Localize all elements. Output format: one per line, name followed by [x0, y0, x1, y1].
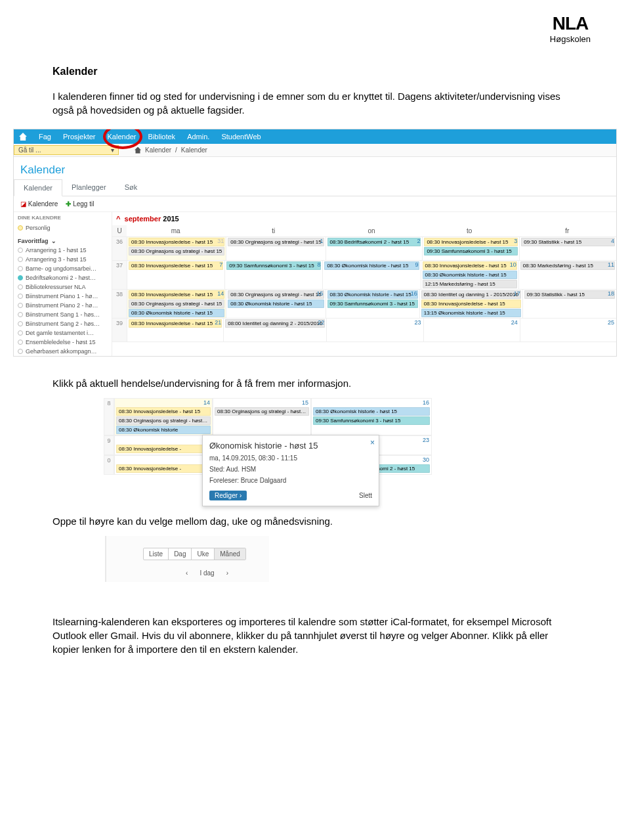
event[interactable]: 08:30 Innovasjonsledelse - høst 15	[116, 407, 211, 416]
day-cell[interactable]: 2108:30 Innovasjonsledelse - høst 15	[127, 319, 223, 342]
day-cell[interactable]: 908:30 Økonomisk historie - høst 15	[322, 261, 420, 290]
sidebar-item[interactable]: Bedriftsøkonomi 2 - høst…	[18, 273, 109, 282]
day-cell[interactable]: 1108:30 Markedsføring - høst 15	[518, 261, 616, 290]
event[interactable]: 08:30 Økonomisk historie - høst 15	[228, 299, 324, 308]
day-cell[interactable]: 2208:00 Identitet og danning 2 - 2015/20…	[223, 319, 326, 342]
event[interactable]: 08:30 Orginasjons og strategi - høst 15	[129, 299, 224, 308]
nav-kalender[interactable]: Kalender	[108, 133, 136, 141]
event[interactable]: 13:15 Økonomisk historie - høst 15	[421, 309, 521, 317]
day-cell[interactable]: 809:30 Samfunnsøkonomi 3 - høst 15	[224, 261, 322, 290]
sidebar-item[interactable]: Ensembleledelse - høst 15	[18, 338, 109, 347]
cell-21[interactable]: 08:30 Innovasjonsledelse -	[114, 435, 213, 455]
sidebar-item[interactable]: Biinstrument Piano 1 - hø…	[18, 292, 109, 301]
month-collapse-icon[interactable]: ^	[116, 215, 120, 223]
event[interactable]: 08:30 Orginasjons og strategi - høst 15	[129, 247, 224, 255]
sidebar-item[interactable]: Det gamle testamentet i…	[18, 328, 109, 338]
event[interactable]: 08:30 Innovasjonsledelse - høst 15	[129, 238, 224, 246]
sidebar-item[interactable]: Gehørbasert akkompagn…	[18, 347, 109, 356]
event[interactable]: 08:30 Økonomisk historie - høst 15	[423, 271, 517, 279]
day-cell[interactable]: 25	[520, 319, 616, 342]
sidebar-item[interactable]: Biinstrument Sang 2 - høs…	[18, 319, 109, 328]
event[interactable]: 08:30 Innovasjonsledelse - høst 15	[129, 290, 224, 299]
prev-button[interactable]: ‹	[186, 569, 188, 577]
nav-fag[interactable]: Fag	[39, 133, 51, 141]
event[interactable]: onomi 2 - høst 15	[371, 464, 430, 473]
event[interactable]: 08:30 Innovasjonsledelse - høst 15	[129, 319, 222, 328]
nav-admin[interactable]: Admin.	[187, 133, 209, 141]
delete-button[interactable]: Slett	[359, 492, 372, 499]
event[interactable]: 08:30 Økonomisk historie	[116, 426, 211, 434]
sidebar-item[interactable]: Arrangering 3 - høst 15	[18, 255, 109, 264]
view-liste[interactable]: Liste	[144, 548, 169, 560]
tab-sok[interactable]: Søk	[116, 179, 147, 196]
event[interactable]: 09:30 Statistikk - høst 15	[521, 238, 615, 246]
day-cell[interactable]: 208:30 Bedriftsøkonomi 2 - høst 15	[326, 237, 423, 261]
event[interactable]: 08:30 Orginasjons og strategi - høst 15	[228, 238, 324, 246]
cell-16[interactable]: 16 08:30 Økonomisk historie - høst 15 09…	[311, 398, 432, 435]
event[interactable]: 08:00 Identitet og danning 2 - 2015/2016	[225, 319, 325, 328]
day-cell[interactable]: 409:30 Statistikk - høst 15	[519, 237, 616, 261]
sidebar-item[interactable]: Bibliotekressurser NLA	[18, 282, 109, 292]
edit-button[interactable]: Rediger›	[209, 491, 247, 500]
event[interactable]: 08:30 Orginasjons og strategi - høst 15	[116, 416, 211, 425]
event[interactable]: 08:30 Innovasjonsledelse -	[116, 445, 211, 453]
cell-28[interactable]: 08:30 Innovasjonsledelse -	[114, 455, 213, 475]
nav-studentweb[interactable]: StudentWeb	[221, 133, 261, 141]
view-uke[interactable]: Uke	[192, 548, 215, 560]
cell-15[interactable]: 15 08:30 Orginasjons og strategi - høst …	[213, 398, 311, 435]
day-cell[interactable]: 1708:30 Identitet og danning 1 - 2015/20…	[419, 290, 522, 319]
event[interactable]: 09:30 Samfunnsøkonomi 3 - høst 15	[327, 299, 418, 308]
event[interactable]: 08:30 Markedsføring - høst 15	[520, 261, 615, 270]
tab-kalender[interactable]: Kalender	[14, 179, 62, 196]
day-cell[interactable]: 308:30 Innovasjonsledelse - høst 1509:30…	[422, 237, 519, 261]
tab-planlegger[interactable]: Planlegger	[62, 179, 116, 196]
sidebar-item[interactable]: Barne- og ungdomsarbei…	[18, 264, 109, 273]
sidebar-personlig[interactable]: Personlig	[18, 223, 109, 232]
sidebar-item[interactable]: Biinstrument Sang 1 - høs…	[18, 310, 109, 319]
event[interactable]: 08:30 Bedriftsøkonomi 2 - høst 15	[327, 238, 421, 246]
day-cell[interactable]: 708:30 Innovasjonsledelse - høst 15	[127, 261, 224, 290]
event[interactable]: 08:30 Identitet og danning 1 - 2015/2016	[421, 290, 521, 299]
day-cell[interactable]: 3108:30 Innovasjonsledelse - høst 1508:3…	[127, 237, 226, 261]
event[interactable]: 08:30 Innovasjonsledelse - høst 15	[424, 238, 518, 246]
view-maned[interactable]: Måned	[215, 548, 245, 560]
event[interactable]: 08:30 Økonomisk historie - høst 15	[313, 407, 430, 416]
event[interactable]: 09:30 Statistikk - høst 15	[524, 290, 615, 299]
sidebar-item[interactable]: Biinstrument Piano 2 - hø…	[18, 301, 109, 310]
today-button[interactable]: I dag	[200, 569, 214, 577]
event[interactable]: 08:30 Økonomisk historie - høst 15	[327, 290, 418, 299]
event[interactable]: 09:30 Samfunnsøkonomi 3 - høst 15	[226, 261, 321, 270]
day-cell[interactable]: 1608:30 Økonomisk historie - høst 1509:3…	[326, 290, 419, 319]
day-cell[interactable]: 1008:30 Innovasjonsledelse - høst 1508:3…	[421, 261, 518, 290]
event[interactable]: 08:30 Økonomisk historie - høst 15	[324, 261, 419, 270]
event[interactable]: 09:30 Samfunnsøkonomi 3 - høst 15	[424, 247, 518, 255]
sidebar-favorittfag[interactable]: Favorittfag ⌄	[18, 236, 109, 246]
home-icon[interactable]	[135, 147, 141, 154]
home-icon[interactable]	[19, 133, 27, 141]
event[interactable]: 09:30 Samfunnsøkonomi 3 - høst 15	[313, 416, 430, 425]
day-cell[interactable]: 24	[423, 319, 520, 342]
crumb-kalender[interactable]: Kalender	[145, 146, 171, 154]
event[interactable]: 08:30 Innovasjonsledelse -	[116, 464, 211, 473]
day-cell[interactable]: 23	[326, 319, 423, 342]
event[interactable]: 08:30 Orginasjons og strategi - høst 15	[228, 290, 324, 299]
next-button[interactable]: ›	[226, 569, 228, 577]
day-cell[interactable]: 1408:30 Innovasjonsledelse - høst 1508:3…	[127, 290, 226, 319]
legg-til-button[interactable]: ✚ Legg til	[66, 200, 94, 208]
event[interactable]: 12:15 Markedsføring - høst 15	[423, 280, 517, 288]
nav-bibliotek[interactable]: Bibliotek	[148, 133, 176, 141]
event[interactable]: 08:30 Innovasjonsledelse - høst 15	[129, 261, 223, 270]
goto-dropdown[interactable]: Gå til ... ▾	[14, 145, 119, 155]
event[interactable]: 08:30 Orginasjons og strategi - høst 15	[215, 407, 309, 416]
event[interactable]: 08:30 Innovasjonsledelse - høst 15	[423, 261, 517, 270]
event[interactable]: 08:30 Økonomisk historie - høst 15	[129, 309, 224, 317]
day-cell[interactable]: 108:30 Orginasjons og strategi - høst 15	[226, 237, 325, 261]
nav-prosjekter[interactable]: Prosjekter	[63, 133, 96, 141]
day-cell[interactable]: 1508:30 Orginasjons og strategi - høst 1…	[226, 290, 325, 319]
view-dag[interactable]: Dag	[169, 548, 192, 560]
close-icon[interactable]: ×	[370, 438, 375, 447]
event[interactable]: 08:30 Innovasjonsledelse - høst 15	[421, 299, 521, 308]
kalendere-button[interactable]: ◪ Kalendere	[20, 200, 58, 208]
cell-14[interactable]: 14 08:30 Innovasjonsledelse - høst 15 08…	[114, 398, 213, 435]
day-cell[interactable]: 1809:30 Statistikk - høst 15	[522, 290, 616, 319]
